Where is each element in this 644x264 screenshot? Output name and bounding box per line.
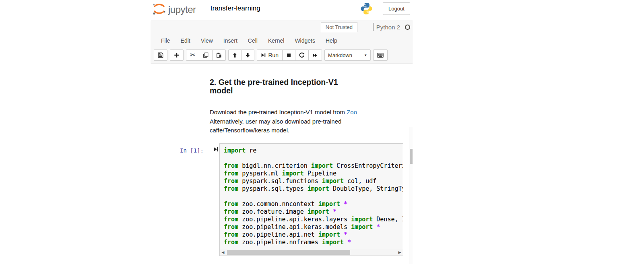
stop-icon (286, 53, 291, 58)
keyboard-icon (377, 53, 384, 58)
save-icon (158, 52, 163, 58)
restart-icon (299, 52, 305, 58)
notebook-area: 2. Get the pre-trained Inception-V1 mode… (151, 64, 413, 264)
vscroll-thumb[interactable] (410, 149, 413, 164)
run-label: Run (268, 52, 279, 58)
kernel-block: Python 2 (373, 23, 410, 31)
app-container: jupyter transfer-learning Logout Not Tru… (151, 0, 413, 264)
copy-icon (203, 52, 208, 58)
code-editor[interactable]: import re from bigdl.nn.criterion import… (220, 144, 403, 249)
cut-icon: ✂ (190, 52, 195, 58)
scroll-left-icon[interactable]: ◀ (220, 249, 226, 256)
python-logo-icon (360, 2, 373, 15)
hscroll-track[interactable] (226, 249, 396, 256)
logout-button[interactable]: Logout (383, 2, 410, 15)
hscroll-thumb[interactable] (227, 250, 350, 255)
move-up-icon (232, 52, 237, 58)
run-cell-button[interactable]: Run (257, 50, 283, 61)
kernel-idle-indicator-icon (405, 25, 410, 30)
notebook-title[interactable]: transfer-learning (211, 4, 260, 12)
paragraph-line: Download the pre-trained Inception-V1 mo… (210, 108, 371, 117)
command-palette-button[interactable] (373, 50, 388, 61)
jupyter-notebook-page: jupyter transfer-learning Logout Not Tru… (0, 0, 644, 264)
kernel-separator (373, 23, 374, 31)
paragraph-line: caffe/Tensorflow/keras model. (210, 126, 371, 135)
header-bars: Not Trusted Python 2 File Edit View Inse… (151, 20, 413, 64)
paragraph-line: Alternatively, user may also download pr… (210, 117, 371, 126)
menu-kernel[interactable]: Kernel (263, 35, 289, 46)
chevron-down-icon: ▼ (364, 54, 367, 57)
cell-type-value: Markdown (328, 52, 352, 58)
code-cell[interactable]: import re from bigdl.nn.criterion import… (219, 143, 403, 256)
menu-edit[interactable]: Edit (175, 35, 196, 46)
paragraph-text: Download the pre-trained Inception-V1 mo… (210, 109, 347, 116)
restart-run-all-button[interactable] (308, 50, 322, 61)
notebook-vertical-scrollbar[interactable] (409, 127, 413, 264)
move-down-icon (245, 52, 250, 58)
jupyter-logo-icon (152, 2, 166, 17)
app-header: jupyter transfer-learning Logout (151, 0, 413, 19)
scroll-right-icon[interactable]: ▶ (396, 249, 403, 256)
fast-forward-icon (312, 53, 318, 58)
run-cell-marker-icon[interactable] (213, 146, 219, 152)
menubar: File Edit View Insert Cell Kernel Widget… (156, 35, 343, 46)
cell-type-dropdown[interactable]: Markdown ▼ (324, 50, 371, 61)
menu-help[interactable]: Help (320, 35, 343, 46)
paste-cell-button[interactable] (212, 50, 226, 61)
menu-cell[interactable]: Cell (243, 35, 263, 46)
menu-insert[interactable]: Insert (218, 35, 243, 46)
insert-cell-button[interactable] (170, 50, 184, 61)
add-cell-icon (174, 52, 180, 58)
move-cell-down-button[interactable] (241, 50, 254, 61)
move-cell-up-button[interactable] (228, 50, 242, 61)
markdown-heading[interactable]: 2. Get the pre-trained Inception-V1 mode… (210, 78, 351, 95)
cut-cell-button[interactable]: ✂ (186, 50, 199, 61)
restart-kernel-button[interactable] (295, 50, 309, 61)
jupyter-logo-text: jupyter (168, 4, 196, 15)
kernel-name: Python 2 (376, 24, 400, 31)
zoo-link[interactable]: Zoo (347, 109, 357, 116)
menu-widgets[interactable]: Widgets (289, 35, 320, 46)
run-icon (261, 52, 266, 58)
jupyter-logo[interactable]: jupyter (152, 2, 196, 17)
paste-icon (216, 52, 222, 58)
toolbar: ✂ (154, 50, 390, 61)
markdown-paragraph[interactable]: Download the pre-trained Inception-V1 mo… (210, 108, 371, 135)
interrupt-kernel-button[interactable] (282, 50, 295, 61)
copy-cell-button[interactable] (199, 50, 213, 61)
trust-status-badge[interactable]: Not Trusted (321, 22, 357, 32)
menu-file[interactable]: File (156, 35, 175, 46)
code-horizontal-scrollbar[interactable]: ◀ ▶ (220, 249, 403, 256)
save-button[interactable] (154, 50, 167, 61)
input-prompt: In [1]: (180, 147, 204, 154)
menu-view[interactable]: View (196, 35, 218, 46)
